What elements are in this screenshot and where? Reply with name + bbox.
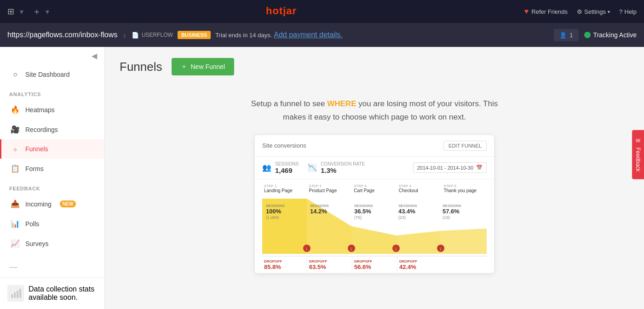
heatmaps-icon: 🔥 bbox=[11, 105, 20, 114]
sidebar-item-incoming[interactable]: 📥 Incoming NEW bbox=[0, 194, 104, 214]
svg-text:(76): (76) bbox=[354, 215, 362, 220]
svg-text:100%: 100% bbox=[266, 208, 282, 215]
dropoff-cell-empty bbox=[442, 257, 487, 273]
nav-center: hotjar bbox=[49, 4, 524, 19]
help-label: Help bbox=[624, 8, 637, 15]
user-count-value: 1 bbox=[569, 32, 573, 39]
dropoff-cell-4: DROPOFF 42.4% bbox=[397, 257, 442, 273]
url-bar: https://pageflows.com/inbox-flows › 📄 US… bbox=[0, 23, 644, 47]
plus-icon: ＋ bbox=[181, 63, 187, 71]
sidebar-item-heatmaps[interactable]: 🔥 Heatmaps bbox=[0, 100, 104, 120]
funnel-preview-card: Site conversions EDIT FUNNEL 👥 SESSIONS … bbox=[255, 135, 494, 273]
mail-icon: ✉ bbox=[635, 137, 641, 144]
site-url: https://pageflows.com/inbox-flows bbox=[7, 31, 117, 39]
dropoff-pct-3: 56.6% bbox=[354, 263, 395, 270]
svg-rect-1 bbox=[11, 294, 13, 298]
settings-chevron-icon: ▾ bbox=[608, 9, 610, 14]
svg-text:hotjar: hotjar bbox=[266, 5, 297, 16]
dashboard-icon: ○ bbox=[11, 70, 20, 79]
top-navigation: ⊞ ▾ ＋ ▾ hotjar ♥ Refer Friends ⚙ Setting… bbox=[0, 0, 644, 23]
funnel-preview-title: Site conversions bbox=[262, 142, 306, 149]
dropoff-row: DROPOFF 85.8% DROPOFF 63.5% DROPOFF 56.6… bbox=[262, 256, 487, 273]
settings-button[interactable]: ⚙ Settings ▾ bbox=[577, 8, 610, 15]
tracking-active-badge: Tracking Active bbox=[584, 31, 637, 39]
feedback-tab[interactable]: ✉ Feedback bbox=[632, 130, 644, 179]
step-header-2: STEP 2 Product Page bbox=[307, 183, 352, 194]
svg-text:↓: ↓ bbox=[305, 246, 308, 251]
svg-text:↓: ↓ bbox=[350, 246, 352, 251]
settings-gear-icon: ⚙ bbox=[577, 8, 582, 15]
url-divider: › bbox=[123, 30, 126, 40]
stats-text-line1: Data collection stats bbox=[29, 285, 94, 293]
sidebar-item-funnels[interactable]: ⬦ Funnels bbox=[0, 139, 104, 159]
dropoff-pct-4: 42.4% bbox=[399, 263, 440, 270]
page-title: Funnels bbox=[120, 60, 162, 74]
grid-icon[interactable]: ⊞ bbox=[7, 6, 14, 17]
heart-icon: ♥ bbox=[524, 7, 529, 16]
stats-chart-icon bbox=[7, 285, 24, 302]
add-icon[interactable]: ＋ bbox=[33, 6, 41, 17]
sidebar: ◀ ○ Site Dashboard ANALYTICS 🔥 Heatmaps … bbox=[0, 47, 105, 309]
surveys-label: Surveys bbox=[25, 240, 49, 247]
conversion-label: CONVERSION RATE bbox=[321, 161, 365, 166]
help-circle-icon: ? bbox=[619, 8, 622, 15]
sidebar-collapse-button[interactable]: ◀ bbox=[0, 47, 104, 65]
svg-text:↓: ↓ bbox=[395, 246, 397, 251]
svg-marker-9 bbox=[441, 229, 487, 254]
funnels-label: Funnels bbox=[25, 145, 48, 153]
refer-friends-label: Refer Friends bbox=[531, 8, 568, 15]
svg-rect-4 bbox=[19, 289, 21, 298]
incoming-new-badge: NEW bbox=[60, 200, 76, 207]
nav-right: ♥ Refer Friends ⚙ Settings ▾ ? Help bbox=[524, 7, 637, 16]
trial-text: Trial ends in 14 days. bbox=[215, 32, 272, 39]
feedback-label: Feedback bbox=[635, 148, 641, 172]
svg-text:SESSIONS: SESSIONS bbox=[443, 204, 461, 208]
surveys-icon: 📈 bbox=[11, 239, 20, 248]
refer-friends-button[interactable]: ♥ Refer Friends bbox=[524, 7, 568, 16]
incoming-label: Incoming bbox=[25, 200, 52, 208]
conversion-stat: 📉 CONVERSION RATE 1.3% bbox=[308, 161, 365, 174]
conversion-value: 1.3% bbox=[321, 166, 365, 174]
heatmaps-label: Heatmaps bbox=[25, 106, 55, 114]
svg-text:(1,469): (1,469) bbox=[266, 215, 279, 220]
forms-label: Forms bbox=[25, 165, 44, 172]
sidebar-item-surveys[interactable]: 📈 Surveys bbox=[0, 234, 104, 253]
sessions-stat: 👥 SESSIONS 1,469 bbox=[262, 161, 299, 174]
new-funnel-button[interactable]: ＋ New Funnel bbox=[172, 58, 235, 75]
svg-text:43.4%: 43.4% bbox=[398, 208, 415, 215]
svg-text:↓: ↓ bbox=[439, 246, 442, 251]
user-icon: 👤 bbox=[559, 32, 567, 39]
userflow-label: USERFLOW bbox=[142, 32, 173, 38]
sessions-value: 1,469 bbox=[275, 166, 299, 174]
sidebar-separator: — bbox=[0, 257, 104, 277]
collapse-icon: ◀ bbox=[92, 52, 97, 60]
conversion-icon: 📉 bbox=[308, 163, 317, 172]
add-payment-link[interactable]: Add payment details. bbox=[274, 31, 342, 39]
empty-text-2: you are losing most of your visitors. Th… bbox=[358, 99, 498, 108]
user-count-badge[interactable]: 👤 1 bbox=[554, 29, 578, 41]
sidebar-item-polls[interactable]: 📊 Polls bbox=[0, 214, 104, 234]
svg-text:SESSIONS: SESSIONS bbox=[354, 204, 373, 208]
polls-icon: 📊 bbox=[11, 219, 20, 228]
sidebar-item-recordings[interactable]: 🎥 Recordings bbox=[0, 120, 104, 139]
settings-label: Settings bbox=[584, 8, 606, 15]
empty-text-3: makes it easy to choose which page to wo… bbox=[283, 113, 466, 121]
forms-icon: 📋 bbox=[11, 164, 20, 173]
sidebar-item-site-dashboard[interactable]: ○ Site Dashboard bbox=[0, 65, 104, 84]
svg-text:SESSIONS: SESSIONS bbox=[266, 204, 285, 208]
funnels-icon: ⬦ bbox=[11, 145, 20, 153]
sidebar-data-stats: Data collection stats available soon. bbox=[0, 277, 104, 309]
funnel-visualization: SESSIONS 100% (1,469) SESSIONS 14.2% SES… bbox=[262, 194, 487, 254]
recordings-icon: 🎥 bbox=[11, 125, 20, 134]
date-range-picker[interactable]: 2014-10-01 - 2014-10-30 📅 bbox=[413, 162, 487, 173]
funnel-stats-row: 👥 SESSIONS 1,469 📉 CONVERSION RATE 1.3% bbox=[255, 157, 494, 179]
add-chevron-icon[interactable]: ▾ bbox=[46, 7, 49, 16]
svg-marker-7 bbox=[351, 226, 396, 254]
edit-funnel-button[interactable]: EDIT FUNNEL bbox=[443, 141, 487, 151]
sidebar-item-forms[interactable]: 📋 Forms bbox=[0, 159, 104, 178]
incoming-icon: 📥 bbox=[11, 200, 20, 208]
help-button[interactable]: ? Help bbox=[619, 8, 637, 15]
empty-text-1: Setup a funnel to see bbox=[251, 99, 325, 108]
dropoff-pct-1: 85.8% bbox=[264, 263, 305, 270]
funnel-preview-header: Site conversions EDIT FUNNEL bbox=[255, 135, 494, 157]
